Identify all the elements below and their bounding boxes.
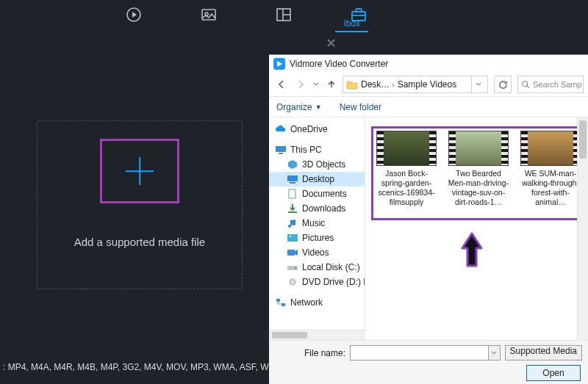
new-folder-button[interactable]: New folder (340, 102, 381, 112)
svg-point-10 (523, 81, 528, 87)
open-button[interactable]: Open (526, 365, 581, 381)
pc-icon (275, 145, 287, 155)
videos-icon (287, 247, 298, 258)
organize-label: Organize (276, 102, 312, 112)
svg-rect-15 (290, 182, 295, 184)
folder-tree: OneDrive This PC 3D Objects Desktop Docu… (269, 117, 365, 330)
file-label: Jason Bock-spring-garden-scenics-169834-… (376, 169, 437, 208)
filename-dropdown[interactable] (489, 345, 501, 361)
svg-rect-14 (287, 175, 298, 181)
active-tab-underline (335, 31, 368, 32)
chevron-down-icon[interactable] (312, 76, 320, 93)
svg-line-11 (527, 86, 529, 88)
nav-forward-button[interactable] (293, 76, 309, 93)
svg-point-18 (290, 236, 292, 238)
svg-point-22 (295, 267, 296, 269)
drive-icon (287, 262, 298, 272)
chevron-right-icon: › (392, 81, 394, 89)
file-open-dialog: Vidmore Video Converter Desk…› Sample Vi… (269, 54, 588, 384)
video-thumbnail (376, 131, 437, 166)
organize-menu[interactable]: Organize ▼ (276, 102, 322, 112)
gallery-scrollbar[interactable] (577, 117, 588, 340)
tree-pictures[interactable]: Pictures (269, 231, 365, 245)
address-dropdown[interactable] (471, 76, 484, 93)
svg-rect-25 (276, 299, 280, 302)
tree-localdisk[interactable]: Local Disk (C:) (269, 260, 365, 275)
cube-icon (287, 159, 298, 170)
nav-up-button[interactable] (323, 76, 340, 93)
desktop-icon (287, 174, 298, 184)
tree-desktop[interactable]: Desktop (269, 172, 365, 186)
file-gallery: Jason Bock-spring-garden-scenics-169834-… (365, 117, 588, 340)
file-item[interactable]: Jason Bock-spring-garden-scenics-169834-… (376, 131, 437, 208)
toolbox-label[interactable]: lbox (344, 18, 360, 29)
file-type-filter[interactable]: Supported Media (505, 345, 582, 361)
svg-rect-13 (279, 153, 283, 154)
dialog-title: Vidmore Video Converter (290, 59, 388, 69)
tree-downloads[interactable]: Downloads (269, 201, 365, 216)
documents-icon (287, 189, 298, 199)
address-path[interactable]: Desk…› Sample Videos (343, 76, 488, 93)
disc-icon (287, 277, 298, 287)
nav-back-button[interactable] (273, 76, 290, 93)
file-item[interactable]: Two Bearded Men-man-driving-vintage-suv-… (448, 131, 509, 208)
close-icon[interactable]: ✕ (326, 35, 337, 51)
tree-dvddrive[interactable]: DVD Drive (D:) P (269, 275, 365, 289)
video-thumbnail (520, 131, 581, 166)
file-item[interactable]: WE SUM-man-walking-through-forest-with-a… (520, 131, 581, 208)
annotation-arrow (458, 228, 486, 272)
svg-marker-9 (277, 61, 282, 67)
tree-music[interactable]: Music (269, 216, 365, 231)
converter-icon[interactable] (125, 6, 143, 23)
video-thumbnail (448, 131, 509, 166)
file-label: Two Bearded Men-man-driving-vintage-suv-… (448, 169, 509, 208)
tree-onedrive[interactable]: OneDrive (269, 122, 365, 137)
chevron-down-icon: ▼ (315, 104, 322, 111)
tree-scrollbar[interactable] (269, 330, 365, 340)
search-placeholder: Search Samp (533, 80, 582, 89)
app-topnav (0, 0, 588, 29)
tree-3dobjects[interactable]: 3D Objects (269, 157, 365, 172)
svg-rect-16 (289, 189, 295, 198)
app-icon (273, 58, 285, 70)
tree-documents[interactable]: Documents (269, 186, 365, 201)
svg-point-24 (292, 281, 293, 283)
cloud-icon (275, 124, 287, 134)
dialog-footer: File name: Supported Media Open (269, 340, 588, 384)
music-icon (287, 218, 298, 228)
plus-icon (121, 153, 158, 189)
pictures-icon (287, 233, 298, 243)
file-name-input[interactable] (350, 345, 489, 361)
dialog-titlebar: Vidmore Video Converter (269, 55, 588, 73)
dialog-body: OneDrive This PC 3D Objects Desktop Docu… (269, 117, 588, 340)
downloads-icon (287, 203, 298, 214)
add-media-dropzone[interactable]: Add a supported media file (37, 120, 243, 289)
breadcrumb-seg2[interactable]: Sample Videos (398, 79, 457, 90)
file-name-label: File name: (304, 348, 345, 358)
svg-rect-19 (287, 250, 295, 256)
file-label: WE SUM-man-walking-through-forest-with-a… (520, 169, 581, 208)
svg-marker-20 (295, 250, 298, 256)
tree-thispc[interactable]: This PC (269, 142, 365, 157)
folder-icon (346, 79, 358, 90)
tree-network[interactable]: Network (269, 295, 365, 310)
new-folder-label: New folder (340, 102, 381, 112)
svg-marker-1 (132, 12, 137, 18)
breadcrumb-seg1[interactable]: Desk… (361, 79, 390, 90)
refresh-button[interactable] (494, 76, 512, 93)
search-input[interactable]: Search Samp (517, 76, 584, 93)
tree-videos[interactable]: Videos (269, 245, 365, 260)
svg-rect-17 (287, 234, 298, 242)
dialog-address-bar: Desk…› Sample Videos Search Samp (269, 73, 588, 97)
add-media-plus-box[interactable] (100, 139, 179, 203)
supported-formats-text: : MP4, M4A, M4R, M4B, M4P, 3G2, M4V, MOV… (3, 362, 284, 372)
network-icon (275, 297, 287, 308)
dialog-toolbar: Organize ▼ New folder (269, 97, 588, 117)
collage-icon[interactable] (200, 6, 218, 23)
svg-rect-12 (276, 146, 286, 152)
search-icon (521, 80, 530, 89)
layout-icon[interactable] (275, 6, 293, 23)
dropzone-caption: Add a supported media file (74, 236, 205, 248)
